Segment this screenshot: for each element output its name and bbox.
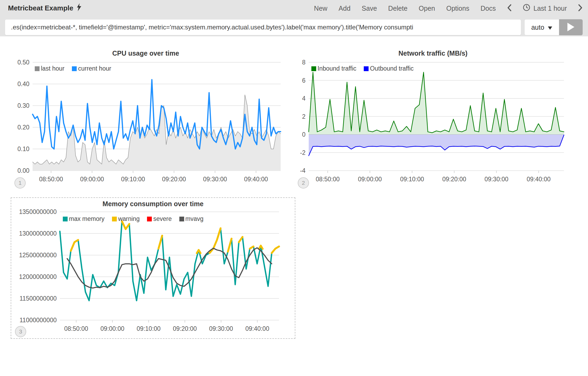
legend-swatch: [63, 217, 68, 221]
nav-item-new[interactable]: New: [314, 5, 327, 12]
svg-text:4: 4: [302, 95, 305, 102]
time-forward-button[interactable]: [578, 4, 583, 13]
legend-item: Inbound traffic: [311, 65, 356, 72]
nav-item-delete[interactable]: Delete: [388, 5, 407, 12]
svg-text:-2: -2: [300, 149, 305, 156]
svg-text:13500000000: 13500000000: [19, 209, 57, 215]
svg-text:13000000000: 13000000000: [19, 230, 57, 237]
chevron-right-icon: [578, 4, 583, 13]
legend-item: max memory: [63, 215, 105, 222]
svg-text:11000000000: 11000000000: [20, 317, 57, 324]
legend-label: last hour: [41, 65, 64, 72]
legend-item: Outbound traffic: [364, 65, 413, 72]
legend-label: severe: [153, 215, 172, 222]
legend-label: current hour: [78, 65, 111, 72]
clock-icon: [523, 4, 530, 13]
sheet-title: Metricbeat Example: [8, 4, 73, 12]
legend-swatch: [311, 66, 316, 71]
play-button[interactable]: [559, 19, 583, 35]
svg-text:09:20:00: 09:20:00: [162, 176, 186, 183]
svg-text:09:40:00: 09:40:00: [245, 325, 269, 332]
svg-text:09:00:00: 09:00:00: [100, 325, 125, 332]
legend-swatch: [112, 217, 117, 221]
nav-item-options[interactable]: Options: [446, 5, 469, 12]
panel-number-badge: 1: [14, 177, 26, 189]
nav-item-docs[interactable]: Docs: [481, 5, 496, 12]
timelion-query-input[interactable]: [5, 19, 521, 35]
svg-text:09:30:00: 09:30:00: [203, 176, 227, 183]
chevron-left-icon: [507, 4, 512, 13]
svg-text:2: 2: [302, 113, 305, 120]
svg-text:12000000000: 12000000000: [19, 273, 57, 280]
legend-label: Outbound traffic: [370, 65, 413, 72]
legend-label: Inbound traffic: [318, 65, 356, 72]
legend-item: severe: [147, 215, 172, 222]
lightning-bolt-icon: [76, 3, 82, 13]
network-legend: Inbound trafficOutbound traffic: [311, 65, 414, 72]
panel-number-badge: 2: [298, 177, 309, 189]
svg-text:09:10:00: 09:10:00: [121, 176, 145, 183]
panel-network-traffic[interactable]: Network traffic (MB/s) 86420-2-408:50:00…: [299, 49, 567, 189]
svg-text:0.00: 0.00: [17, 167, 29, 174]
time-back-button[interactable]: [507, 4, 512, 13]
query-bar: auto: [0, 19, 588, 35]
svg-text:-4: -4: [300, 167, 306, 174]
time-range-label: Last 1 hour: [533, 5, 567, 12]
svg-text:09:20:00: 09:20:00: [173, 325, 197, 332]
chart-title: Network traffic (MB/s): [299, 49, 567, 57]
svg-text:09:20:00: 09:20:00: [442, 176, 466, 183]
svg-text:08:50:00: 08:50:00: [39, 176, 63, 183]
svg-text:0.20: 0.20: [17, 124, 29, 131]
legend-item: current hour: [72, 65, 111, 72]
svg-text:09:30:00: 09:30:00: [485, 176, 509, 183]
svg-text:09:10:00: 09:10:00: [137, 325, 161, 332]
svg-text:09:10:00: 09:10:00: [400, 176, 424, 183]
legend-label: mvavg: [185, 215, 204, 222]
legend-swatch: [35, 66, 40, 71]
svg-text:08:50:00: 08:50:00: [64, 325, 88, 332]
legend-swatch: [364, 66, 369, 71]
chart-title: Memory consumption over time: [11, 200, 295, 208]
legend-item: last hour: [35, 65, 64, 72]
svg-text:08:50:00: 08:50:00: [316, 176, 340, 183]
network-traffic-plot[interactable]: 86420-2-408:50:0009:00:0009:10:0009:20:0…: [299, 57, 567, 187]
panel-number-badge: 3: [15, 326, 26, 337]
svg-text:0: 0: [302, 131, 305, 138]
memory-consumption-plot[interactable]: 1350000000013000000000125000000001200000…: [14, 209, 292, 337]
legend-item: mvavg: [179, 215, 204, 222]
svg-text:11500000000: 11500000000: [20, 295, 57, 302]
svg-text:0.50: 0.50: [17, 59, 29, 66]
svg-text:09:40:00: 09:40:00: [527, 176, 551, 183]
svg-text:12500000000: 12500000000: [19, 252, 57, 259]
panel-memory-selected[interactable]: Memory consumption over time 13500000000…: [11, 197, 295, 339]
nav-item-add[interactable]: Add: [339, 5, 350, 12]
legend-swatch: [179, 217, 184, 221]
chart-title: CPU usage over time: [8, 49, 283, 57]
svg-text:09:40:00: 09:40:00: [244, 176, 268, 183]
cpu-usage-plot[interactable]: 0.000.100.200.300.400.5008:50:0009:00:00…: [8, 57, 283, 187]
legend-label: max memory: [69, 215, 105, 222]
main-menu: New Add Save Delete Open Options Docs La: [314, 4, 583, 13]
legend-swatch: [147, 217, 152, 221]
legend-swatch: [72, 66, 77, 71]
svg-text:09:00:00: 09:00:00: [358, 176, 382, 183]
svg-text:09:30:00: 09:30:00: [209, 325, 233, 332]
svg-text:0.30: 0.30: [17, 102, 29, 109]
svg-text:0.10: 0.10: [17, 145, 29, 152]
nav-item-open[interactable]: Open: [419, 5, 435, 12]
svg-text:09:00:00: 09:00:00: [80, 176, 104, 183]
legend-label: warning: [118, 215, 140, 222]
panel-cpu-usage[interactable]: CPU usage over time 0.000.100.200.300.40…: [8, 49, 283, 189]
svg-text:0.40: 0.40: [17, 80, 29, 87]
play-icon: [567, 23, 574, 32]
svg-text:6: 6: [302, 77, 305, 84]
timepicker-button[interactable]: Last 1 hour: [523, 4, 567, 13]
legend-item: warning: [112, 215, 140, 222]
caret-down-icon: [548, 24, 552, 31]
svg-text:8: 8: [302, 59, 305, 66]
nav-item-save[interactable]: Save: [362, 5, 377, 12]
memory-legend: max memorywarningseveremvavg: [63, 215, 203, 222]
timelion-app: Metricbeat Example New Add Save Delete O…: [0, 0, 588, 376]
interval-select[interactable]: auto: [524, 19, 559, 35]
app-title: Metricbeat Example: [8, 3, 82, 13]
